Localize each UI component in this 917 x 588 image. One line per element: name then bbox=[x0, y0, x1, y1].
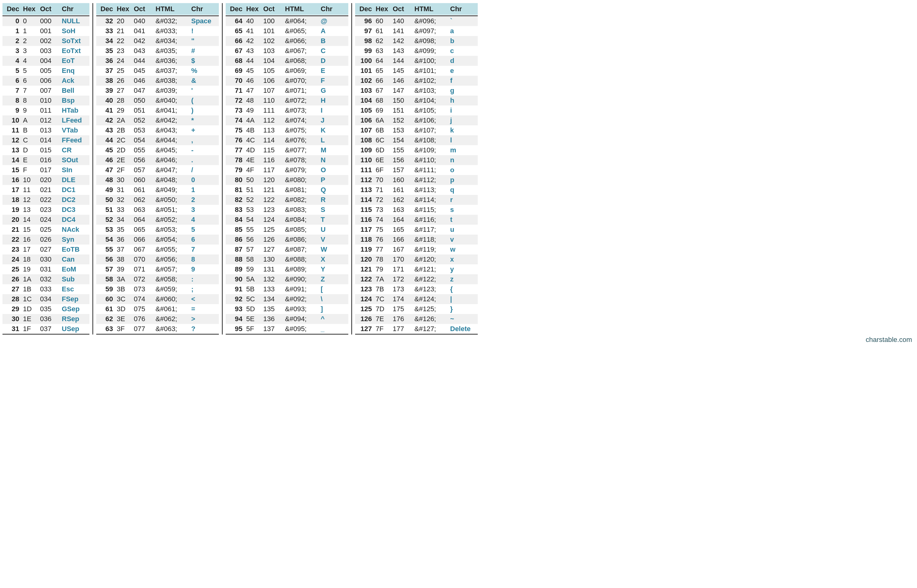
cell-chr: EoT bbox=[60, 56, 89, 66]
cell-oct: 120 bbox=[261, 175, 283, 185]
cell-dec: 74 bbox=[226, 115, 244, 125]
table-section: DecHexOctChr00000NULL11001SoH22002SoTxt3… bbox=[3, 3, 89, 334]
table-row: 754B113&#075;K bbox=[226, 125, 348, 135]
cell-dec: 98 bbox=[355, 36, 374, 46]
table-row: 3422042&#034;" bbox=[96, 36, 219, 46]
header-html: HTML bbox=[154, 3, 189, 15]
cell-dec: 120 bbox=[355, 254, 374, 264]
cell-dec: 68 bbox=[226, 56, 244, 66]
cell-html: &#118; bbox=[412, 234, 448, 244]
table-row: 311F037USep bbox=[3, 324, 89, 334]
cell-html: &#114; bbox=[412, 195, 448, 205]
cell-dec: 106 bbox=[355, 115, 374, 125]
cell-hex: 68 bbox=[374, 95, 391, 105]
table-row: 774D115&#077;M bbox=[226, 145, 348, 155]
cell-html: &#078; bbox=[283, 155, 319, 165]
cell-dec: 99 bbox=[355, 46, 374, 56]
cell-dec: 7 bbox=[3, 86, 21, 95]
cell-html: &#087; bbox=[283, 244, 319, 254]
header-dec: Dec bbox=[355, 3, 374, 15]
cell-oct: 113 bbox=[261, 125, 283, 135]
cell-oct: 044 bbox=[132, 56, 154, 66]
cell-oct: 142 bbox=[391, 36, 412, 46]
cell-chr: > bbox=[189, 314, 219, 324]
cell-chr: x bbox=[448, 254, 478, 264]
table-row: 935D135&#093;] bbox=[226, 304, 348, 314]
cell-html: &#052; bbox=[154, 215, 189, 225]
cell-dec: 92 bbox=[226, 294, 244, 304]
cell-dec: 82 bbox=[226, 195, 244, 205]
cell-html: &#106; bbox=[412, 115, 448, 125]
cell-oct: 135 bbox=[261, 304, 283, 314]
cell-dec: 114 bbox=[355, 195, 374, 205]
cell-hex: 72 bbox=[374, 195, 391, 205]
table-row: 8151121&#081;Q bbox=[226, 185, 348, 195]
cell-hex: C bbox=[21, 135, 38, 145]
cell-dec: 90 bbox=[226, 274, 244, 284]
table-row: 22002SoTxt bbox=[3, 36, 89, 46]
cell-hex: 4B bbox=[244, 125, 261, 135]
cell-dec: 71 bbox=[226, 86, 244, 95]
cell-chr: & bbox=[189, 76, 219, 86]
cell-html: &#055; bbox=[154, 244, 189, 254]
cell-hex: 1D bbox=[21, 304, 38, 314]
cell-hex: 3F bbox=[115, 324, 132, 334]
cell-chr: NULL bbox=[60, 16, 89, 26]
cell-hex: 6 bbox=[21, 76, 38, 86]
cell-chr: C bbox=[319, 46, 348, 56]
cell-dec: 94 bbox=[226, 314, 244, 324]
cell-hex: 38 bbox=[115, 254, 132, 264]
cell-oct: 151 bbox=[391, 105, 412, 115]
cell-chr: * bbox=[189, 115, 219, 125]
cell-dec: 47 bbox=[96, 165, 115, 175]
table-section: DecHexOctHTMLChr9660140&#096;`9761141&#0… bbox=[355, 3, 478, 334]
cell-dec: 101 bbox=[355, 66, 374, 76]
cell-chr: h bbox=[448, 95, 478, 105]
cell-oct: 107 bbox=[261, 86, 283, 95]
cell-chr: f bbox=[448, 76, 478, 86]
table-row: 3927047&#039;' bbox=[96, 86, 219, 95]
cell-chr: = bbox=[189, 304, 219, 314]
cell-hex: 28 bbox=[115, 95, 132, 105]
cell-dec: 96 bbox=[355, 16, 374, 26]
cell-oct: 062 bbox=[132, 195, 154, 205]
cell-oct: 167 bbox=[391, 244, 412, 254]
table-row: 1106E156&#110;n bbox=[355, 155, 478, 165]
cell-html: &#113; bbox=[412, 185, 448, 195]
cell-oct: 125 bbox=[261, 225, 283, 234]
cell-dec: 93 bbox=[226, 304, 244, 314]
cell-hex: 65 bbox=[374, 66, 391, 76]
cell-oct: 004 bbox=[38, 56, 60, 66]
table-row: 8555125&#085;U bbox=[226, 225, 348, 234]
cell-oct: 054 bbox=[132, 135, 154, 145]
cell-html: &#043; bbox=[154, 125, 189, 135]
cell-html: &#059; bbox=[154, 284, 189, 294]
cell-chr: D bbox=[319, 56, 348, 66]
cell-html: &#086; bbox=[283, 234, 319, 244]
table-row: 11001SoH bbox=[3, 26, 89, 36]
cell-oct: 014 bbox=[38, 135, 60, 145]
header-oct: Oct bbox=[132, 3, 154, 15]
cell-chr: T bbox=[319, 215, 348, 225]
table-row: 3321041&#033;! bbox=[96, 26, 219, 36]
cell-html: &#103; bbox=[412, 86, 448, 95]
cell-oct: 152 bbox=[391, 115, 412, 125]
cell-hex: 7C bbox=[374, 294, 391, 304]
cell-html: &#100; bbox=[412, 56, 448, 66]
cell-hex: 4E bbox=[244, 155, 261, 165]
cell-dec: 113 bbox=[355, 185, 374, 195]
cell-hex: 6D bbox=[374, 145, 391, 155]
cell-html: &#092; bbox=[283, 294, 319, 304]
table-row: 623E076&#062;> bbox=[96, 314, 219, 324]
cell-oct: 147 bbox=[391, 86, 412, 95]
cell-dec: 115 bbox=[355, 205, 374, 215]
table-row: 1267E176&#126;~ bbox=[355, 314, 478, 324]
cell-oct: 173 bbox=[391, 284, 412, 294]
cell-chr: Syn bbox=[60, 234, 89, 244]
cell-oct: 074 bbox=[132, 294, 154, 304]
cell-hex: 51 bbox=[244, 185, 261, 195]
table-row: 77007Bell bbox=[3, 86, 89, 95]
table-row: 9761141&#097;a bbox=[355, 26, 478, 36]
cell-dec: 46 bbox=[96, 155, 115, 165]
cell-dec: 51 bbox=[96, 205, 115, 215]
